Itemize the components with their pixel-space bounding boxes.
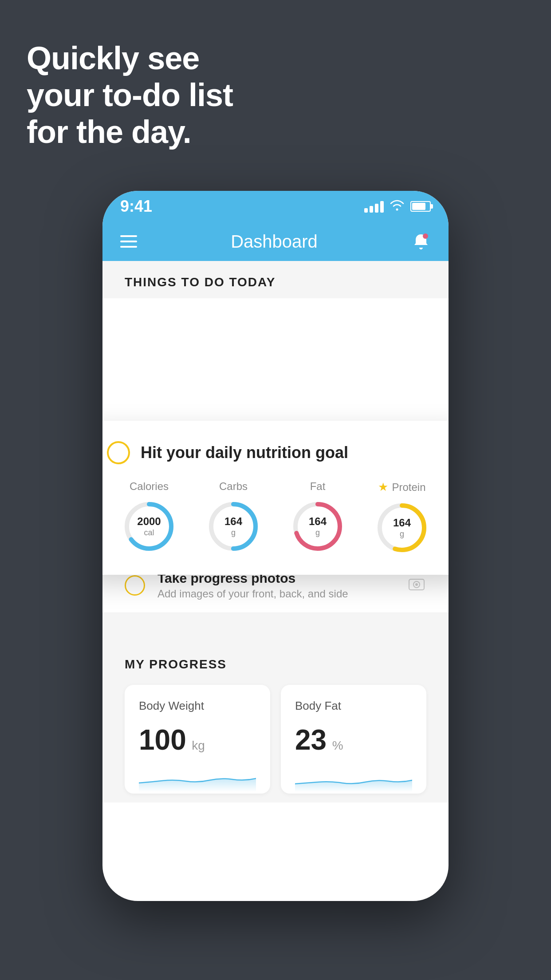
- calories-value: 2000: [137, 515, 161, 528]
- carbs-donut: 164 g: [207, 500, 260, 553]
- body-weight-chart: [139, 765, 256, 792]
- svg-point-8: [415, 583, 418, 586]
- wifi-icon: [390, 199, 404, 214]
- nutrition-protein: ★ Protein 164 g: [375, 480, 429, 554]
- calories-donut: 2000 cal: [122, 500, 176, 553]
- nav-bar: Dashboard: [102, 222, 449, 261]
- body-weight-title: Body Weight: [139, 699, 256, 713]
- body-fat-title: Body Fat: [295, 699, 412, 713]
- status-time: 9:41: [120, 197, 152, 216]
- signal-icon: [364, 200, 384, 213]
- things-section-header: THINGS TO DO TODAY: [102, 261, 449, 298]
- status-bar: 9:41: [102, 191, 449, 222]
- progress-section-title: MY PROGRESS: [125, 657, 426, 672]
- body-fat-value: 23: [295, 724, 327, 756]
- nav-title: Dashboard: [231, 232, 318, 252]
- carbs-unit: g: [224, 528, 242, 538]
- hero-text: Quickly see your to-do list for the day.: [27, 40, 233, 150]
- svg-point-0: [423, 233, 428, 239]
- carbs-value: 164: [224, 515, 242, 528]
- todo-icon-photos: [407, 576, 426, 596]
- hamburger-menu[interactable]: [120, 235, 137, 248]
- todo-checkbox-photos[interactable]: [125, 575, 145, 596]
- phone-frame: 9:41: [102, 191, 449, 901]
- nutrition-fat: Fat 164 g: [291, 480, 344, 553]
- fat-unit: g: [309, 528, 327, 538]
- todo-info-photos: Take progress photos Add images of your …: [157, 571, 394, 600]
- protein-label: ★ Protein: [378, 480, 425, 494]
- calories-unit: cal: [137, 528, 161, 538]
- fat-label: Fat: [310, 480, 326, 493]
- fat-value: 164: [309, 515, 327, 528]
- carbs-label: Carbs: [219, 480, 248, 493]
- nutrition-carbs: Carbs 164 g: [207, 480, 260, 553]
- protein-donut: 164 g: [375, 501, 429, 554]
- nutrition-circles: Calories 2000 cal: [107, 480, 444, 554]
- card-header: Hit your daily nutrition goal: [107, 441, 444, 464]
- battery-icon: [410, 201, 431, 212]
- nutrition-checkbox[interactable]: [107, 441, 130, 464]
- nutrition-card-title: Hit your daily nutrition goal: [141, 443, 348, 462]
- star-icon: ★: [378, 480, 388, 494]
- calories-label: Calories: [130, 480, 169, 493]
- body-weight-value-row: 100 kg: [139, 723, 256, 756]
- body-weight-card[interactable]: Body Weight 100 kg: [125, 685, 270, 794]
- body-fat-value-row: 23 %: [295, 723, 412, 756]
- status-icons: [364, 199, 431, 214]
- content-scroll: THINGS TO DO TODAY Running Track your st…: [102, 261, 449, 901]
- protein-unit: g: [393, 530, 411, 539]
- notification-bell-icon[interactable]: [411, 232, 431, 251]
- body-weight-unit: kg: [192, 739, 205, 752]
- phone-mockup: 9:41: [102, 191, 449, 901]
- nutrition-card: Hit your daily nutrition goal Calories: [102, 421, 449, 575]
- todo-desc-photos: Add images of your front, back, and side: [157, 588, 394, 600]
- fat-donut: 164 g: [291, 500, 344, 553]
- body-fat-unit: %: [332, 739, 343, 752]
- progress-section: MY PROGRESS Body Weight 100 kg: [102, 640, 449, 802]
- body-fat-card[interactable]: Body Fat 23 %: [281, 685, 426, 794]
- nutrition-calories: Calories 2000 cal: [122, 480, 176, 553]
- body-fat-chart: [295, 765, 412, 792]
- protein-value: 164: [393, 517, 411, 530]
- things-section-title: THINGS TO DO TODAY: [125, 275, 276, 289]
- progress-cards: Body Weight 100 kg: [125, 685, 426, 794]
- body-weight-value: 100: [139, 724, 186, 756]
